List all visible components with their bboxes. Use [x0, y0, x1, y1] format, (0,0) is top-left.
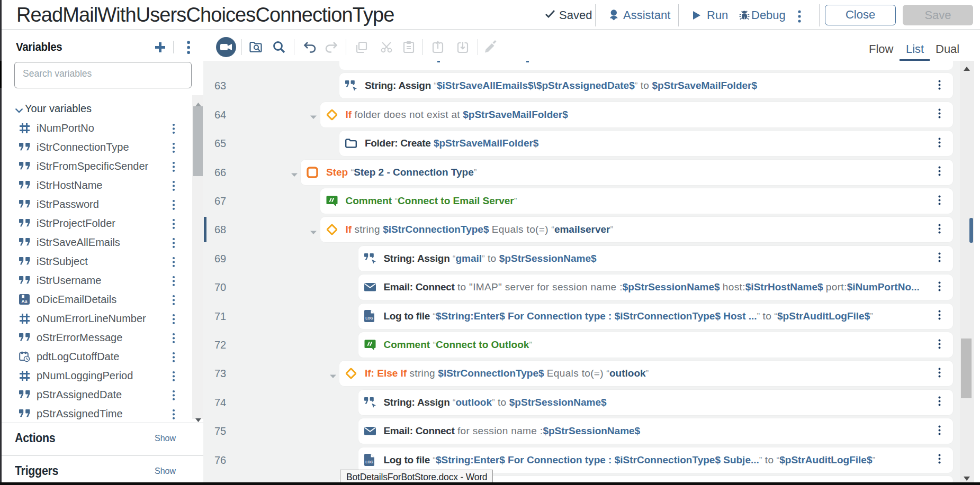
svg-text:Aa: Aa	[22, 299, 28, 304]
svg-text:LOG: LOG	[365, 316, 373, 320]
svg-text:LOG: LOG	[365, 460, 373, 464]
